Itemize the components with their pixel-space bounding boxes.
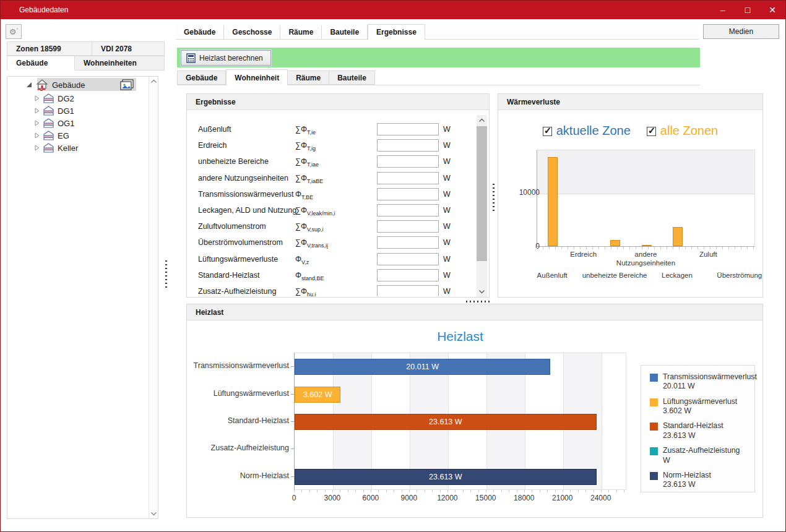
expander-collapsed-icon[interactable] bbox=[35, 95, 40, 101]
checkbox-icon[interactable]: ✓ bbox=[647, 127, 656, 136]
tree-item-dg2[interactable]: DG2 bbox=[35, 92, 74, 105]
bar-unbeheizte-bereiche bbox=[610, 240, 620, 246]
left-tab-wohneinheiten[interactable]: Wohneinheiten bbox=[75, 56, 165, 71]
left-header-tab-0[interactable]: Zonen 18599 bbox=[7, 41, 92, 56]
result-symbol: ∑ΦT,iaBE bbox=[295, 174, 323, 184]
minimize-button[interactable]: – bbox=[715, 5, 731, 15]
tree-item-og1[interactable]: OG1 bbox=[35, 117, 74, 129]
result-unit: W bbox=[443, 157, 451, 166]
category-tick bbox=[291, 394, 294, 395]
x-tick-label: 3000 bbox=[324, 494, 341, 502]
photos-icon[interactable] bbox=[119, 79, 135, 91]
scrollbar-thumb[interactable] bbox=[477, 126, 487, 261]
x-tick-label: 15000 bbox=[475, 494, 496, 502]
main-tab-ergebnisse[interactable]: Ergebnisse bbox=[368, 24, 425, 40]
main-tab-bauteile[interactable]: Bauteile bbox=[322, 25, 368, 39]
x-tick-label: 21000 bbox=[552, 494, 572, 502]
result-value-input[interactable] bbox=[377, 139, 439, 152]
result-row-8: LüftungswärmeverlusteΦV,zW bbox=[187, 252, 474, 268]
sub-tab-gebäude[interactable]: Gebäude bbox=[177, 71, 226, 85]
zone-checkbox-1[interactable]: ✓alle Zonen bbox=[647, 124, 718, 138]
main-tab-räume[interactable]: Räume bbox=[280, 25, 322, 39]
expander-expanded-icon[interactable] bbox=[26, 82, 32, 88]
main-tab-geschosse[interactable]: Geschosse bbox=[224, 25, 280, 39]
result-row-10: Zusatz-Aufheizleistung∑Φhu,iW bbox=[187, 285, 474, 296]
expander-collapsed-icon[interactable] bbox=[35, 145, 40, 151]
scroll-up-button[interactable] bbox=[477, 115, 487, 126]
scroll-down-button[interactable] bbox=[477, 286, 487, 297]
left-header-tab-1[interactable]: VDI 2078 bbox=[92, 41, 165, 56]
x-category-label: Außenluft bbox=[516, 271, 588, 280]
result-value-input[interactable] bbox=[377, 204, 439, 217]
sub-tab-räume[interactable]: Räume bbox=[288, 71, 329, 85]
result-value-input[interactable] bbox=[377, 220, 439, 233]
legend-item-3: Zusatz-Aufheizleistung W bbox=[650, 446, 754, 465]
result-label: Leckagen, ALD und Nutzung bbox=[198, 206, 296, 215]
left-tab-gebäude[interactable]: Gebäude bbox=[7, 56, 75, 71]
result-value-input[interactable] bbox=[377, 155, 439, 168]
medien-button[interactable]: Medien bbox=[703, 24, 779, 39]
result-value-input[interactable] bbox=[377, 172, 439, 184]
category-label: Zusatz-Aufheizleistung bbox=[191, 444, 289, 452]
result-symbol: ΦT,BE bbox=[295, 190, 313, 200]
settings-button[interactable]: ⚙° bbox=[6, 24, 22, 39]
checkmark-icon: ✓ bbox=[648, 125, 656, 136]
expander-collapsed-icon[interactable] bbox=[35, 120, 40, 126]
scroll-down-icon[interactable] bbox=[150, 512, 157, 516]
result-value-input[interactable] bbox=[377, 269, 439, 281]
waermeverluste-plot-area bbox=[537, 150, 755, 247]
result-row-2: unbeheizte Bereiche∑ΦT,iaeW bbox=[187, 155, 474, 171]
legend-swatch bbox=[650, 374, 658, 382]
left-header-tabs: Zonen 18599VDI 2078 bbox=[7, 41, 165, 56]
heizlast-berechnen-button[interactable]: Heizlast berechnen bbox=[181, 50, 271, 66]
result-label: Zuluftvolumenstrom bbox=[198, 222, 266, 231]
tree-item-label: EG bbox=[58, 131, 69, 140]
tree-item-dg1[interactable]: DG1 bbox=[35, 105, 74, 117]
window-title: Gebäudedaten bbox=[1, 6, 68, 14]
result-symbol: ∑ΦV,sup,i bbox=[295, 222, 324, 233]
tree-item-root[interactable]: Gebäude bbox=[26, 78, 135, 92]
tree-item-eg[interactable]: EG bbox=[35, 129, 69, 142]
tree-item-label: DG2 bbox=[58, 94, 74, 103]
result-row-1: Erdreich∑ΦT,igW bbox=[187, 139, 474, 155]
x-tick-label: 0 bbox=[292, 494, 296, 502]
category-label: Transmissionswärmeverlust bbox=[191, 361, 289, 370]
middle-splitter-handle[interactable] bbox=[493, 184, 494, 212]
floor-icon bbox=[43, 106, 54, 116]
scroll-up-icon[interactable] bbox=[150, 79, 157, 84]
category-label: Lüftungswärmeverlust bbox=[191, 389, 289, 398]
result-value-input[interactable] bbox=[377, 123, 439, 135]
maximize-button[interactable]: □ bbox=[740, 5, 756, 15]
result-row-4: TransmissionswärmeverlustΦT,BEW bbox=[187, 187, 474, 204]
zone-checkbox-0[interactable]: ✓aktuelle Zone bbox=[543, 124, 631, 138]
left-subtabs: GebäudeWohneinheiten bbox=[7, 56, 165, 71]
waermeverluste-panel-title: Wärmeverluste bbox=[507, 98, 560, 106]
bar-standard-heizlast: 23.613 W bbox=[295, 414, 597, 430]
result-row-9: Standard-HeizlastΦstand,BEW bbox=[187, 268, 474, 285]
checkbox-label: alle Zonen bbox=[660, 124, 718, 138]
x-tick-label: 24000 bbox=[590, 494, 611, 502]
result-value-input[interactable] bbox=[377, 253, 439, 265]
result-row-7: Überströmvolumenstrom∑ΦV,trans,ijW bbox=[187, 236, 474, 252]
sub-tab-wohneinheit[interactable]: Wohneinheit bbox=[226, 69, 288, 85]
sub-tab-bauteile[interactable]: Bauteile bbox=[329, 71, 375, 85]
result-value-input[interactable] bbox=[377, 188, 439, 200]
expander-collapsed-icon[interactable] bbox=[35, 132, 40, 139]
close-button[interactable]: ✕ bbox=[764, 5, 780, 15]
category-tick bbox=[291, 476, 294, 477]
tree-item-keller[interactable]: Keller bbox=[35, 142, 78, 154]
left-splitter-handle[interactable] bbox=[165, 260, 167, 288]
tree-scrollbar[interactable] bbox=[149, 77, 158, 518]
main-tab-gebäude[interactable]: Gebäude bbox=[176, 25, 224, 39]
result-value-input[interactable] bbox=[377, 236, 439, 249]
horizontal-splitter-handle[interactable] bbox=[466, 301, 492, 302]
bar-andere-nutzungseinheiten bbox=[642, 245, 652, 246]
building-icon bbox=[36, 79, 48, 91]
results-scrollbar[interactable] bbox=[477, 115, 487, 297]
result-unit: W bbox=[443, 238, 451, 247]
result-value-input[interactable] bbox=[377, 285, 439, 296]
expander-collapsed-icon[interactable] bbox=[35, 108, 40, 114]
checkbox-icon[interactable]: ✓ bbox=[543, 127, 552, 136]
result-unit: W bbox=[443, 190, 451, 199]
result-label: Standard-Heizlast bbox=[198, 271, 259, 280]
